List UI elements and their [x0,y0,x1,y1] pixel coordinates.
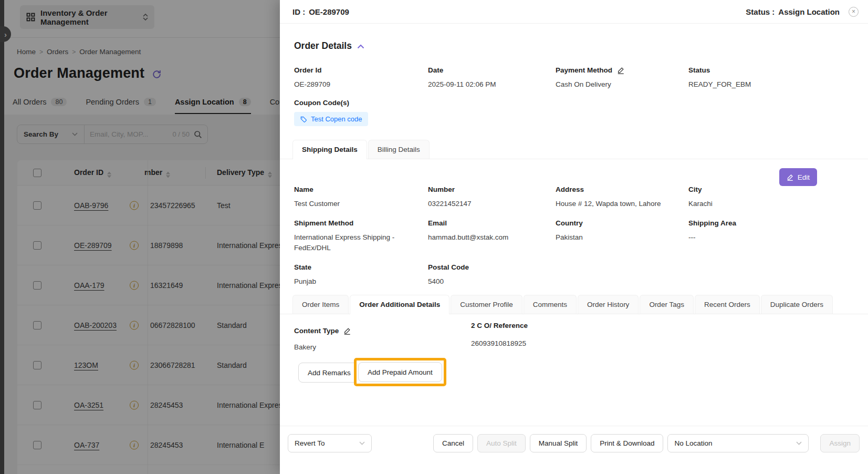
manual-split-button[interactable]: Manual Split [530,434,587,452]
revert-to-select[interactable]: Revert To [288,434,372,452]
tab-order-additional-details[interactable]: Order Additional Details [350,295,449,314]
cancel-button[interactable]: Cancel [433,434,473,452]
field-payment-method: Payment Method Cash On Delivery [556,66,688,90]
screen: Inventory & Order Management › Home > Or… [0,0,868,474]
modal-dim-overlay[interactable] [0,0,280,474]
pencil-icon[interactable] [343,327,351,335]
order-detail-drawer: ID : OE-289709 Status : Assign Location … [280,0,868,474]
tab-billing-details[interactable]: Billing Details [368,140,430,159]
field-name: Name Test Customer [294,186,428,209]
add-prepaid-amount-button[interactable]: Add Prepaid Amount [358,362,442,382]
tag-icon [300,116,307,123]
tab-shipping-details[interactable]: Shipping Details [292,140,367,159]
drawer-header: ID : OE-289709 Status : Assign Location … [280,0,868,24]
tab-comments[interactable]: Comments [524,295,577,314]
coupon-code: Test Copen code [311,115,362,123]
address-tabbar: Shipping Details Billing Details [280,140,868,159]
status-label: Status : [746,7,775,16]
field-address: Address House # 12, Wapda town, Lahore [556,186,688,209]
chevron-down-icon [359,441,365,445]
pencil-icon [787,174,793,181]
tab-customer-profile[interactable]: Customer Profile [451,295,522,314]
edit-button[interactable]: Edit [779,168,817,186]
content-type-field: Content Type Bakery [294,327,351,353]
highlight-frame: Add Prepaid Amount [354,358,446,386]
reference-field: 2 C O/ Reference 26093910818925 [471,322,528,349]
add-remarks-button[interactable]: Add Remarks [298,363,360,383]
location-select[interactable]: No Location [667,434,809,452]
auto-split-button[interactable]: Auto Split [477,434,526,452]
coupon-section: Coupon Code(s) Test Copen code [294,99,368,126]
coupon-label: Coupon Code(s) [294,99,368,107]
chevron-up-icon[interactable] [357,44,364,49]
tab-recent-orders[interactable]: Recent Orders [695,295,760,314]
field-status: Status READY_FOR_EBM [688,66,845,90]
chevron-down-icon [796,441,802,445]
field-postal-code: Postal Code 5400 [428,263,556,287]
order-id-value: OE-289709 [309,7,349,16]
tab-order-tags[interactable]: Order Tags [640,295,694,314]
order-summary-fields: Order Id OE-289709 Date 2025-09-11 02:06… [294,66,845,90]
close-icon[interactable]: × [849,7,859,17]
print-download-button[interactable]: Print & Download [591,434,663,452]
coupon-chip[interactable]: Test Copen code [294,112,368,126]
field-number: Number 03221452147 [428,186,556,209]
field-country: Country Pakistan [556,219,688,253]
field-city: City Karachi [688,186,845,209]
order-id-label: ID : [292,7,305,16]
field-shipment-method: Shipment Method International Express Sh… [294,219,428,253]
assign-button[interactable]: Assign [820,434,860,452]
section-title-order-details: Order Details [294,40,352,51]
field-state: State Punjab [294,263,428,287]
tab-duplicate-orders[interactable]: Duplicate Orders [761,295,833,314]
pencil-icon[interactable] [617,67,624,74]
drawer-footer: Revert To Cancel Auto Split Manual Split… [280,426,868,474]
field-date: Date 2025-09-11 02:06 PM [428,66,556,90]
detail-tabbar: Order Items Order Additional Details Cus… [280,295,868,314]
tab-order-history[interactable]: Order History [578,295,639,314]
field-order-id: Order Id OE-289709 [294,66,428,90]
shipping-details: Name Test Customer Number 03221452147 Ad… [294,186,845,287]
field-email: Email hammad.butt@xstak.com [428,219,556,253]
field-shipping-area: Shipping Area --- [688,219,845,253]
status-value: Assign Location [778,7,840,16]
tab-order-items[interactable]: Order Items [292,295,349,314]
